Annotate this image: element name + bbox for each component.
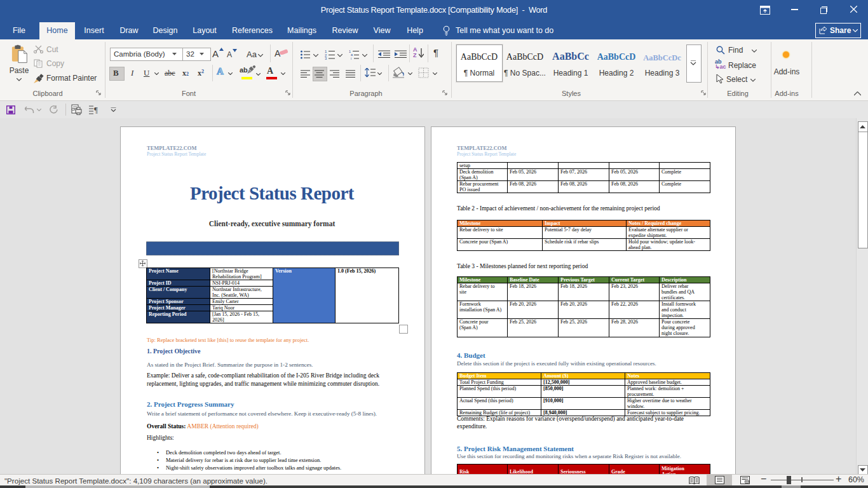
svg-text:¶: ¶ [94, 105, 98, 114]
svg-text:i: i [351, 57, 351, 60]
svg-text:3: 3 [325, 57, 327, 60]
